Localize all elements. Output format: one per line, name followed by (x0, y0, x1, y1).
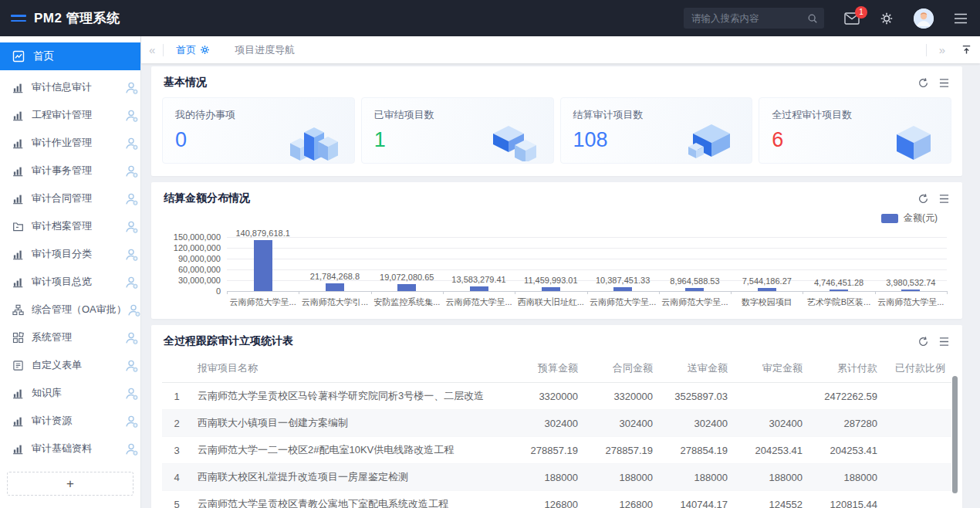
amount-cell: 124552 (734, 491, 809, 508)
chart-icon (12, 193, 24, 205)
main-area: « 首页项目进度导航 » 基本情况 (141, 36, 980, 508)
panel-menu-icon[interactable] (938, 194, 950, 204)
x-axis-label: 云南师范大学呈... (587, 296, 659, 308)
user-gear-icon[interactable] (124, 358, 139, 373)
column-header: 预算金额 (509, 354, 584, 383)
x-axis-label: 云南师范大学呈... (659, 296, 731, 308)
bar-value-label: 13,583,279.41 (451, 275, 505, 284)
chart-icon (12, 415, 24, 427)
amount-cell: 287280 (809, 410, 884, 437)
tab-home[interactable]: 首页 (164, 36, 222, 63)
project-name-cell: 云南师范大学呈贡校区青教公寓地下室配电系统改造工程 (191, 491, 509, 508)
search-icon[interactable] (807, 13, 818, 24)
home-chart-icon (12, 50, 25, 63)
collapse-top-icon[interactable] (958, 44, 972, 56)
amount-cell (734, 383, 809, 410)
y-axis-tick: 120,000,000 (174, 243, 221, 252)
refresh-icon[interactable] (917, 336, 929, 347)
tabs-scroll-right-icon[interactable]: » (931, 43, 953, 56)
user-gear-icon[interactable] (124, 247, 139, 262)
amount-cell: 188000 (509, 464, 584, 491)
amount-cell (884, 464, 951, 491)
stat-card[interactable]: 全过程审计项目数6 (759, 97, 951, 164)
sidebar-item[interactable]: 知识库 (0, 379, 140, 407)
sidebar-item[interactable]: 审计基础资料 (0, 435, 140, 462)
sidebar-item[interactable]: 自定义表单 (0, 351, 140, 379)
sidebar-item[interactable]: 工程审计管理 (0, 101, 140, 129)
user-gear-icon[interactable] (124, 330, 139, 345)
sidebar-item[interactable]: 审计合同管理 (0, 185, 140, 212)
table-row[interactable]: 5云南师范大学呈贡校区青教公寓地下室配电系统改造工程12680012680014… (162, 491, 951, 508)
user-gear-icon[interactable] (124, 108, 139, 123)
chart-icon (12, 276, 24, 288)
user-gear-icon[interactable] (124, 414, 139, 428)
table-row[interactable]: 1云南师范大学呈贡校区马铃薯科学研究院同析3号楼一、二层改造3320000332… (162, 383, 951, 410)
user-gear-icon[interactable] (124, 136, 139, 151)
search-input[interactable] (691, 13, 807, 24)
sidebar-item-home[interactable]: 首页 (0, 42, 140, 70)
mail-button[interactable]: 1 (844, 12, 860, 25)
sidebar-toggle-icon[interactable] (11, 15, 26, 22)
sidebar-item[interactable]: 审计作业管理 (0, 129, 140, 157)
chart-legend[interactable]: 金额(元) (151, 212, 962, 225)
chart-y-axis: 150,000,000120,000,00090,000,00060,000,0… (164, 237, 227, 291)
amount-cell: 278857.19 (509, 437, 584, 464)
amount-cell (884, 491, 951, 508)
refresh-icon[interactable] (917, 193, 929, 205)
card-illustration (279, 109, 350, 161)
table-row[interactable]: 4西南联大校区礼堂提升改造项目一房屋鉴定检测188000188000188000… (162, 464, 951, 491)
user-gear-icon[interactable] (124, 191, 139, 206)
avatar[interactable] (914, 8, 934, 29)
page-content: 基本情况 我的待办事项0已审结项目数1结算审计项目数108全过程审计项目数6 结… (141, 63, 980, 508)
panel-chart-title: 结算金额分布情况 (164, 191, 250, 205)
sidebar-item[interactable]: 系统管理 (0, 323, 140, 351)
bar (470, 286, 488, 291)
stat-card[interactable]: 已审结项目数1 (361, 97, 554, 164)
refresh-icon[interactable] (917, 77, 929, 89)
amount-cell: 302400 (734, 410, 809, 437)
sidebar-item-label: 审计项目总览 (32, 275, 92, 289)
bar-value-label: 11,459,993.01 (524, 276, 578, 285)
user-gear-icon[interactable] (124, 80, 139, 95)
user-gear-icon[interactable] (124, 275, 139, 290)
table-row[interactable]: 2西南联大小镇项目一创建方案编制302400302400302400302400… (162, 410, 951, 437)
sidebar-item[interactable]: 审计项目总览 (0, 268, 140, 296)
user-gear-icon[interactable] (124, 164, 139, 178)
sidebar-item[interactable]: 审计资源 (0, 407, 140, 435)
project-name-cell: 西南联大校区礼堂提升改造项目一房屋鉴定检测 (191, 464, 509, 491)
panel-menu-icon[interactable] (938, 337, 950, 347)
tabs-scroll-left-icon[interactable]: « (141, 43, 163, 56)
legend-label: 金额(元) (904, 212, 938, 225)
chart-x-axis: 云南师范大学呈...云南师范大学引...安防监控系统集...云南师范大学呈...… (227, 296, 947, 308)
user-gear-icon[interactable] (124, 442, 139, 456)
menu-icon[interactable] (954, 13, 968, 24)
table-scrollbar[interactable] (952, 376, 958, 493)
table-row[interactable]: 3云南师范大学一二一校区2#配电室10KV供电线路改造工程278857.1927… (162, 437, 951, 464)
panel-menu-icon[interactable] (938, 78, 950, 88)
x-axis-label: 云南师范大学呈... (443, 296, 515, 308)
sidebar-item[interactable]: 审计档案管理 (0, 212, 140, 240)
add-menu-button[interactable]: + (7, 472, 133, 496)
amount-cell (884, 437, 951, 464)
mail-badge: 1 (855, 6, 867, 19)
sidebar-item-label: 审计档案管理 (32, 219, 92, 233)
search-box[interactable] (684, 8, 824, 29)
sidebar-item[interactable]: 审计事务管理 (0, 157, 140, 185)
amount-cell: 302400 (509, 410, 584, 437)
user-gear-icon[interactable] (124, 386, 139, 401)
stat-card[interactable]: 结算审计项目数108 (560, 97, 753, 164)
bar (254, 240, 272, 291)
sidebar-item[interactable]: 审计项目分类 (0, 240, 140, 268)
user-gear-icon[interactable] (124, 219, 139, 234)
column-header: 报审项目名称 (191, 354, 509, 383)
column-header: 审定金额 (734, 354, 809, 383)
sidebar-item-label: 系统管理 (32, 330, 72, 344)
sidebar-item[interactable]: 综合管理（OA审批） (0, 296, 140, 323)
tab-gear-icon[interactable] (200, 45, 210, 55)
sidebar-item[interactable]: 审计信息审计 (0, 73, 140, 101)
stat-card[interactable]: 我的待办事项0 (162, 97, 355, 164)
tab-project-nav[interactable]: 项目进度导航 (222, 36, 307, 63)
user-gear-icon[interactable] (127, 303, 141, 317)
x-axis-label: 艺术学院B区装... (803, 296, 874, 308)
settings-gear-icon[interactable] (880, 12, 894, 25)
